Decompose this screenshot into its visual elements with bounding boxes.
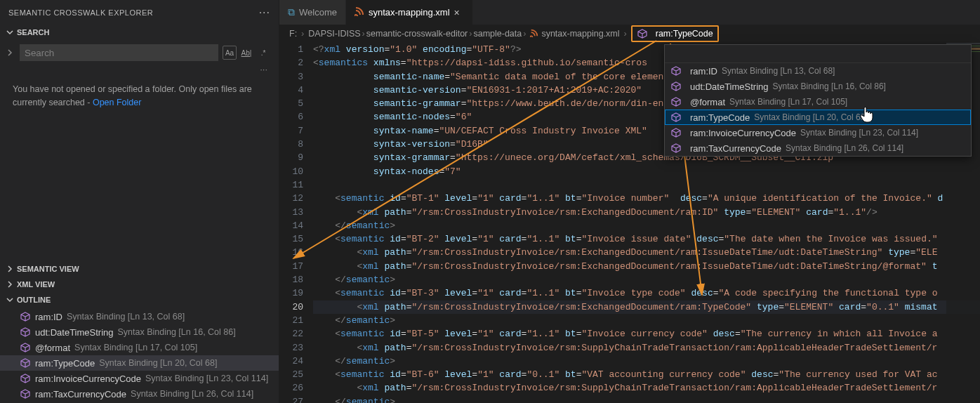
semantic-view-header[interactable]: SEMANTIC VIEW — [0, 261, 279, 277]
breadcrumbs[interactable]: F: › DAPSI-IDISS›semantic-crosswalk-edit… — [279, 25, 980, 43]
breadcrumb-file[interactable]: syntax-mapping.xml — [530, 29, 619, 39]
popup-item[interactable]: ram:TaxCurrencyCodeSyntax Binding [Ln 26… — [665, 140, 971, 156]
breadcrumb-folder[interactable]: DAPSI-IDISS — [308, 29, 360, 39]
line-number: 4 — [279, 84, 303, 97]
line-number: 14 — [279, 219, 303, 232]
outline-item-label: @format — [35, 343, 70, 353]
tab-syntax-mapping[interactable]: syntax-mapping.xml × — [346, 0, 473, 25]
cube-icon — [20, 342, 31, 353]
sidebar-title-bar: SEMANTIC CROSSWALK EXPLORER ··· — [0, 0, 279, 25]
xml-view-header[interactable]: XML VIEW — [0, 277, 279, 292]
popup-item[interactable]: @formatSyntax Binding [Ln 17, Col 105] — [665, 94, 971, 110]
regex-icon[interactable]: .* — [256, 46, 270, 60]
line-number: 3 — [279, 70, 303, 84]
popup-item-desc: Syntax Binding [Ln 16, Col 86] — [773, 81, 886, 91]
popup-item[interactable]: ram:InvoiceCurrencyCodeSyntax Binding [L… — [665, 125, 971, 140]
line-number: 26 — [279, 381, 303, 395]
code-line[interactable]: </semantic> — [313, 314, 980, 327]
close-icon[interactable]: × — [454, 7, 464, 18]
search-toggle-details-icon[interactable]: ··· — [21, 64, 270, 74]
popup-item[interactable]: udt:DateTimeStringSyntax Binding [Ln 16,… — [665, 79, 971, 94]
line-number: 25 — [279, 368, 303, 381]
code-line[interactable]: <xml path="/rsm:CrossIndustryInvoice/rsm… — [313, 300, 980, 314]
code-line[interactable]: </semantic> — [313, 219, 980, 232]
line-number: 23 — [279, 341, 303, 355]
sidebar-more-icon[interactable]: ··· — [259, 6, 270, 19]
popup-item-label: ram:TaxCurrencyCode — [690, 143, 781, 154]
line-number: 15 — [279, 232, 303, 246]
line-gutter: 1234567891011121314151617181920212223242… — [279, 43, 313, 403]
popup-item-desc: Syntax Binding [Ln 17, Col 105] — [729, 97, 847, 107]
outline-item-label: ram:TaxCurrencyCode — [35, 389, 126, 399]
open-folder-link[interactable]: Open Folder — [93, 98, 141, 107]
vscode-icon: ⧉ — [288, 6, 295, 18]
search-input[interactable] — [20, 44, 218, 61]
code-line[interactable] — [313, 178, 980, 192]
code-line[interactable]: <semantic id="BT-6" level="1" card="0..1… — [313, 368, 980, 381]
line-number: 9 — [279, 151, 303, 164]
match-case-icon[interactable]: Aa — [223, 46, 237, 60]
whole-word-icon[interactable]: Ab| — [239, 46, 253, 60]
chevron-right-icon: › — [300, 29, 305, 39]
breadcrumb-folder[interactable]: semantic-crosswalk-editor — [366, 29, 468, 39]
line-number: 16 — [279, 246, 303, 259]
cube-icon — [20, 326, 31, 338]
line-number: 13 — [279, 206, 303, 219]
cube-icon — [637, 28, 648, 39]
outline-item-desc: Syntax Binding [Ln 17, Col 105] — [74, 343, 197, 352]
breadcrumb-folder[interactable]: sample-data — [473, 29, 522, 39]
popup-list: ram:IDSyntax Binding [Ln 13, Col 68]udt:… — [665, 63, 971, 156]
popup-item-label: ram:TypeCode — [690, 112, 750, 123]
code-line[interactable]: </semantic> — [313, 395, 980, 403]
outline-item[interactable]: ram:IDSyntax Binding [Ln 13, Col 68] — [0, 309, 279, 324]
code-line[interactable]: <xml path="/rsm:CrossIndustryInvoice/rsm… — [313, 246, 980, 259]
outline-item-label: ram:InvoiceCurrencyCode — [35, 374, 141, 384]
popup-item-label: udt:DateTimeString — [690, 81, 769, 92]
semantic-view-label: SEMANTIC VIEW — [17, 265, 79, 273]
code-line[interactable]: <xml path="/rsm:CrossIndustryInvoice/rsm… — [313, 381, 980, 395]
tab-welcome[interactable]: ⧉ Welcome — [279, 0, 346, 25]
code-line[interactable]: <semantic id="BT-2" level="1" card="1..1… — [313, 232, 980, 246]
search-hint: You have not opened or specified a folde… — [0, 79, 279, 118]
cube-icon — [670, 112, 682, 123]
cube-icon — [670, 65, 682, 77]
breadcrumb-symbol-label: ram:TypeCode — [656, 29, 713, 39]
code-line[interactable]: <xml path="/rsm:CrossIndustryInvoice/rsm… — [313, 260, 980, 273]
line-number: 10 — [279, 165, 303, 178]
search-expand-icon[interactable] — [4, 45, 15, 60]
line-number: 27 — [279, 395, 303, 403]
popup-item[interactable]: ram:IDSyntax Binding [Ln 13, Col 68] — [665, 63, 971, 79]
popup-filter-input[interactable] — [665, 45, 971, 63]
code-line[interactable]: </semantic> — [313, 273, 980, 286]
code-line[interactable]: </semantic> — [313, 355, 980, 368]
chevron-down-icon — [4, 294, 15, 305]
outline-item-label: ram:TypeCode — [35, 358, 95, 369]
search-section-header[interactable]: SEARCH — [0, 25, 279, 40]
popup-item-label: ram:InvoiceCurrencyCode — [690, 128, 796, 138]
cube-icon — [20, 388, 31, 399]
line-number: 21 — [279, 314, 303, 327]
code-line[interactable]: <semantic id="BT-1" level="1" card="1..1… — [313, 192, 980, 205]
code-line[interactable]: <semantic id="BT-5" level="1" card="1..1… — [313, 327, 980, 341]
outline-item[interactable]: udt:DateTimeStringSyntax Binding [Ln 16,… — [0, 324, 279, 340]
code-line[interactable]: <xml path="/rsm:CrossIndustryInvoice/rsm… — [313, 206, 980, 219]
code-line[interactable]: <xml path="/rsm:CrossIndustryInvoice/rsm… — [313, 341, 980, 355]
breadcrumb-drive[interactable]: F: — [289, 29, 297, 39]
tab-welcome-label: Welcome — [299, 7, 337, 18]
chevron-right-icon: › — [522, 29, 527, 39]
outline-item[interactable]: ram:InvoiceCurrencyCodeSyntax Binding [L… — [0, 371, 279, 386]
outline-header[interactable]: OUTLINE — [0, 292, 279, 308]
code-line[interactable]: syntax-nodes="7" — [313, 165, 980, 178]
popup-item[interactable]: ram:TypeCodeSyntax Binding [Ln 20, Col 6… — [665, 110, 971, 125]
cube-icon — [670, 143, 682, 154]
outline-item[interactable]: ram:TaxCurrencyCodeSyntax Binding [Ln 26… — [0, 386, 279, 402]
sidebar-title: SEMANTIC CROSSWALK EXPLORER — [8, 8, 153, 17]
code-line[interactable]: <semantic id="BT-3" level="1" card="1..1… — [313, 286, 980, 300]
outline-item[interactable]: @formatSyntax Binding [Ln 17, Col 105] — [0, 340, 279, 355]
outline-list: ram:IDSyntax Binding [Ln 13, Col 68]udt:… — [0, 308, 279, 403]
chevron-right-icon: › — [623, 29, 628, 39]
line-number: 22 — [279, 327, 303, 341]
breadcrumb-symbol-highlighted[interactable]: ram:TypeCode — [631, 25, 719, 42]
line-number: 8 — [279, 138, 303, 151]
outline-item[interactable]: ram:TypeCodeSyntax Binding [Ln 20, Col 6… — [0, 355, 279, 371]
